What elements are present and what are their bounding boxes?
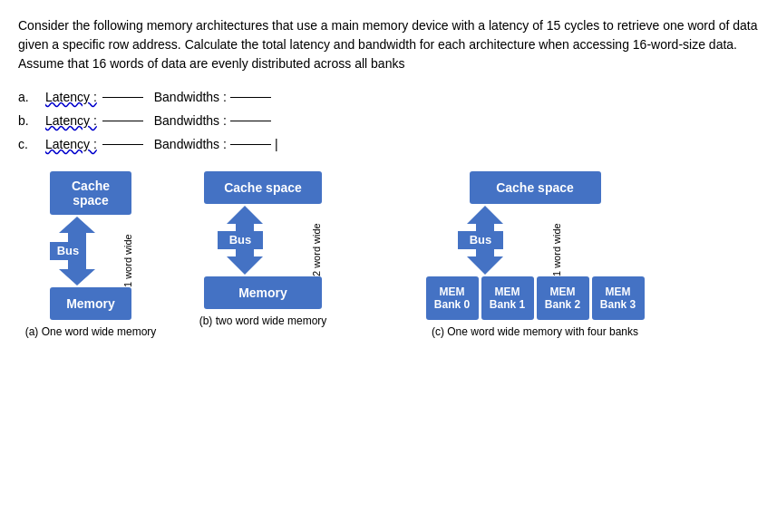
comma-c [147, 137, 151, 151]
q-label-b: b. [18, 113, 45, 128]
bandwidth-label-a: Bandwidths : [154, 90, 227, 104]
cache-box-a: Cachespace [50, 171, 131, 215]
bank-0: MEMBank 0 [426, 276, 479, 320]
svg-marker-6 [227, 206, 263, 224]
blank-bandwidth-b[interactable] [230, 121, 271, 121]
blank-latency-c[interactable] [102, 144, 143, 145]
bandwidth-label-b: Bandwidths : [154, 113, 227, 128]
cache-label-c: Cache space [496, 180, 574, 195]
svg-marker-7 [227, 256, 263, 275]
blank-latency-b[interactable] [102, 121, 143, 121]
arrow-svg-c: Bus [453, 204, 526, 276]
comma-a [147, 90, 151, 104]
latency-label-a: Latency : [45, 90, 97, 104]
latency-label-c: Latency : [45, 137, 97, 151]
svg-marker-1 [59, 217, 95, 233]
svg-marker-11 [467, 206, 503, 224]
memory-label-a: Memory [66, 296, 115, 311]
q-content-b: Latency : Bandwidths : [45, 113, 275, 128]
caption-a: (a) One word wide memory [25, 325, 157, 338]
q-content-c: Latency : Bandwidths : | [45, 137, 278, 151]
svg-text:Bus: Bus [470, 233, 492, 247]
blank-latency-a[interactable] [102, 97, 143, 98]
bus-section-a: Bus 1 word wide [50, 215, 131, 287]
q-content-a: Latency : Bandwidths : [45, 90, 275, 104]
q-label-a: a. [18, 90, 45, 104]
word-wide-label-a: 1 word wide [122, 215, 133, 287]
banks-row: MEMBank 0 MEMBank 1 MEMBank 2 MEMBank 3 [426, 276, 645, 320]
bank-3: MEMBank 3 [592, 276, 645, 320]
bus-section-c: Bus 1 word wide [417, 204, 653, 276]
diagram-c: Cache space Bus 1 word wide MEMBank 0 ME… [399, 171, 671, 338]
diagram-a: Cachespace Bus 1 word wide Memory (a [18, 171, 163, 338]
svg-text:Bus: Bus [229, 233, 252, 247]
caption-b: (b) two word wide memory [199, 314, 327, 327]
cache-box-b: Cache space [204, 171, 322, 204]
cache-label-a: Cachespace [72, 179, 110, 208]
svg-text:Bus: Bus [57, 244, 80, 257]
svg-marker-12 [467, 256, 503, 275]
memory-box-b: Memory [204, 276, 322, 309]
diagram-b: Cache space Bus 2 word wide Memory (b) t… [190, 171, 335, 327]
bank-2: MEMBank 2 [537, 276, 589, 320]
bus-section-b: Bus 2 word wide [204, 204, 322, 276]
diagrams-row: Cachespace Bus 1 word wide Memory (a [18, 171, 759, 338]
svg-marker-2 [59, 269, 95, 285]
arrow-svg-b: Bus [213, 204, 286, 276]
memory-label-b: Memory [238, 285, 287, 300]
comma-b [147, 113, 151, 128]
question-row-a: a. Latency : Bandwidths : [18, 90, 759, 104]
bank-1: MEMBank 1 [481, 276, 534, 320]
bracket-c: | [275, 137, 278, 151]
questions-section: a. Latency : Bandwidths : b. Latency : B… [18, 90, 759, 151]
arrow-svg-a: Bus [50, 215, 104, 287]
question-row-c: c. Latency : Bandwidths : | [18, 137, 759, 151]
blank-bandwidth-c[interactable] [230, 144, 271, 145]
memory-box-a: Memory [50, 287, 131, 320]
caption-c: (c) One word wide memory with four banks [432, 325, 638, 338]
latency-label-b: Latency : [45, 113, 97, 128]
word-wide-label-c: 1 word wide [551, 204, 562, 276]
q-label-c: c. [18, 137, 45, 151]
word-wide-label-b: 2 word wide [311, 204, 322, 276]
blank-bandwidth-a[interactable] [230, 97, 271, 98]
question-row-b: b. Latency : Bandwidths : [18, 113, 759, 128]
bandwidth-label-c: Bandwidths : [154, 137, 227, 151]
intro-paragraph: Consider the following memory architectu… [18, 16, 759, 73]
cache-label-b: Cache space [224, 180, 302, 195]
cache-box-c: Cache space [470, 171, 601, 204]
